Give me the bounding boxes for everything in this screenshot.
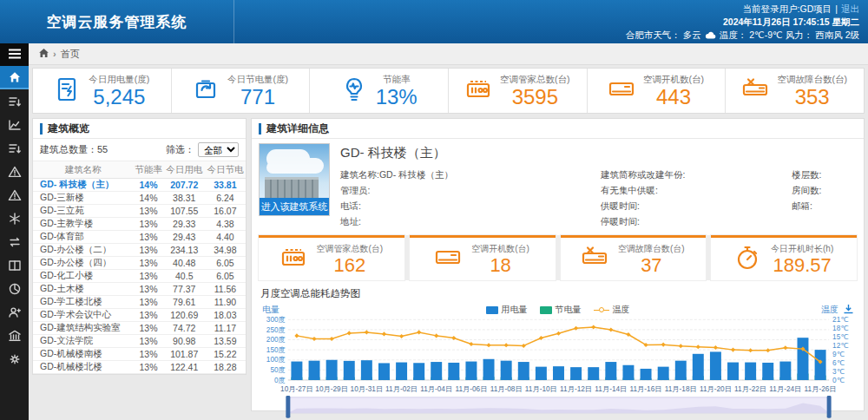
building-photo: 进入该建筑系统 — [259, 143, 330, 216]
table-cell: 29.43 — [164, 231, 205, 244]
breadcrumb: › 首页 — [29, 43, 868, 65]
sidebar-item-ranking[interactable] — [0, 136, 29, 160]
detail-field: 供暖时间: — [601, 200, 792, 213]
table-row[interactable]: GD-办公楼（四）13%40.486.05 — [33, 257, 246, 270]
building-table: 建筑名称节能率今日用电今日节电 GD- 科技楼（主）14%207.7233.81… — [33, 161, 246, 374]
sidebar-item-users[interactable] — [0, 300, 29, 324]
table-cell: 40.48 — [164, 257, 205, 270]
table-row[interactable]: GD-机械楼北楼13%122.4118.28 — [33, 361, 246, 374]
building-detail-info: GD- 科技楼（主） 建筑名称:GD- 科技楼（主）管理员:电话:地址: 建筑简… — [340, 143, 857, 228]
svg-text:100度: 100度 — [266, 356, 286, 364]
datetime-line: 2024年11月26日 17:45:15 星期二 — [723, 16, 859, 28]
legend-item-用电量[interactable]: 用电量 — [486, 304, 528, 316]
stat-value: 162 — [334, 255, 366, 276]
main-content: › 首页 今日用电量(度)5,245今日节电量(度)771节能率13%空调管家总… — [29, 43, 868, 420]
table-row[interactable]: GD-办公楼（二）13%234.1334.98 — [33, 244, 246, 257]
detail-panel-title: 建筑详细信息 — [252, 119, 864, 139]
table-cell: 29.33 — [164, 218, 205, 231]
breadcrumb-separator: › — [53, 49, 56, 59]
table-cell: 101.87 — [164, 348, 205, 361]
detail-field: 房间数: — [792, 184, 857, 197]
table-cell: GD-文法学院 — [33, 335, 133, 348]
sidebar-item-trend-analysis[interactable] — [0, 113, 29, 136]
sidebar-item-hvac[interactable] — [0, 207, 29, 230]
detail-field: 有无集中供暖: — [601, 184, 792, 197]
sidebar-item-organization[interactable] — [0, 324, 29, 347]
table-cell: 13% — [133, 322, 163, 335]
sidebar-item-home[interactable] — [0, 66, 29, 89]
table-row[interactable]: GD-学术会议中心13%120.6918.03 — [33, 309, 246, 322]
filter-select[interactable]: 全部 — [198, 142, 239, 157]
kpi-value: 771 — [240, 86, 275, 108]
column-header: 今日节电 — [205, 161, 246, 179]
header-info: 当前登录用户:GD项目 | 退出 2024年11月26日 17:45:15 星期… — [234, 0, 868, 43]
table-cell: 18.03 — [205, 309, 246, 322]
bar-swatch — [540, 306, 552, 314]
breadcrumb-page[interactable]: 首页 — [61, 48, 80, 61]
kpi-label: 今日节电量(度) — [227, 74, 288, 86]
gear-icon — [8, 352, 22, 366]
overview-panel-title: 建筑概览 — [33, 119, 246, 139]
table-cell: GD-学术会议中心 — [33, 309, 133, 322]
sidebar-item-energy-list[interactable] — [0, 89, 29, 113]
sidebar-item-layout[interactable] — [0, 253, 29, 277]
table-row[interactable]: GD-机械楼南楼13%101.8715.22 — [33, 348, 246, 361]
svg-text:10月-29日: 10月-29日 — [315, 385, 348, 393]
ac-unit-icon — [435, 245, 461, 273]
sidebar — [0, 43, 29, 420]
sidebar-item-alarm-1[interactable] — [0, 160, 29, 183]
table-row[interactable]: GD-三立苑13%107.5516.07 — [33, 205, 246, 218]
svg-text:9℃: 9℃ — [832, 351, 845, 358]
enter-building-button[interactable]: 进入该建筑系统 — [260, 198, 329, 215]
sidebar-item-transfer[interactable] — [0, 230, 29, 253]
kpi-card-5[interactable]: 空调开机数(台)443 — [588, 69, 727, 113]
kpi-card-2[interactable]: 今日节电量(度)771 — [172, 69, 311, 113]
ac-fault-icon — [582, 245, 608, 273]
chart-legend: 用电量节电量温度 — [314, 304, 801, 316]
logout-link[interactable]: 退出 — [841, 3, 859, 15]
table-row[interactable]: GD-土木楼13%77.3711.56 — [33, 283, 246, 296]
detail-stat-card-2: 空调开机数(台)18 — [410, 235, 556, 280]
left-axis-name: 电量 — [262, 304, 314, 316]
table-row[interactable]: GD- 科技楼（主）14%207.7233.81 — [33, 179, 246, 192]
snowflake-icon — [8, 212, 22, 226]
trend-chart[interactable]: 0度50度100度150度200度250度300度0℃3℃6℃9℃12℃15℃1… — [259, 316, 857, 420]
table-row[interactable]: GD-建筑结构实验室13%74.7211.17 — [33, 322, 246, 335]
controller-icon — [465, 76, 491, 105]
svg-text:300度: 300度 — [266, 316, 286, 324]
kpi-card-1[interactable]: 今日用电量(度)5,245 — [33, 69, 172, 113]
chart-legend-row: 电量 用电量节电量温度 温度 — [259, 304, 857, 316]
kpi-card-6[interactable]: 空调故障台数(台)353 — [726, 69, 864, 113]
detail-stats-row: 空调管家总数(台)162空调开机数(台)18空调故障台数(台)37今日开机时长(… — [259, 235, 857, 280]
table-cell: 77.37 — [164, 283, 205, 296]
legend-item-节电量[interactable]: 节电量 — [540, 304, 582, 316]
table-cell: GD-机械楼南楼 — [33, 348, 133, 361]
kpi-card-3[interactable]: 节能率13% — [310, 69, 449, 113]
table-row[interactable]: GD-文法学院13%90.9813.59 — [33, 335, 246, 348]
svg-text:11月-14日: 11月-14日 — [595, 385, 627, 393]
table-row[interactable]: GD-主教学楼13%29.334.38 — [33, 218, 246, 231]
table-row[interactable]: GD-化工小楼13%40.56.05 — [33, 270, 246, 283]
right-axis-name: 温度 — [821, 304, 838, 316]
sidebar-item-alarm-2[interactable] — [0, 183, 29, 207]
table-cell: GD-三新楼 — [33, 192, 133, 205]
legend-item-温度[interactable]: 温度 — [594, 304, 630, 316]
detail-title-text: 建筑详细信息 — [266, 121, 329, 136]
menu-toggle-button[interactable] — [0, 43, 29, 66]
table-row[interactable]: GD-学工楼北楼13%79.6111.90 — [33, 296, 246, 309]
table-row[interactable]: GD-三新楼14%38.316.24 — [33, 192, 246, 205]
login-line: 当前登录用户:GD项目 | 退出 — [743, 3, 859, 15]
sidebar-item-statistics[interactable] — [0, 277, 29, 300]
kpi-card-4[interactable]: 空调管家总数(台)3595 — [449, 69, 588, 113]
svg-text:3℃: 3℃ — [832, 368, 845, 376]
stat-value: 18 — [490, 255, 510, 276]
table-cell: GD-主教学楼 — [33, 218, 133, 231]
table-row[interactable]: GD-体育部13%29.434.40 — [33, 231, 246, 244]
download-icon[interactable] — [844, 305, 853, 316]
table-cell: 13% — [133, 348, 163, 361]
kpi-label: 今日用电量(度) — [89, 74, 149, 86]
breadcrumb-home-icon[interactable] — [39, 49, 49, 59]
sidebar-item-settings[interactable] — [0, 347, 29, 371]
pie-icon — [8, 282, 22, 296]
svg-text:10月-27日: 10月-27日 — [280, 385, 313, 393]
